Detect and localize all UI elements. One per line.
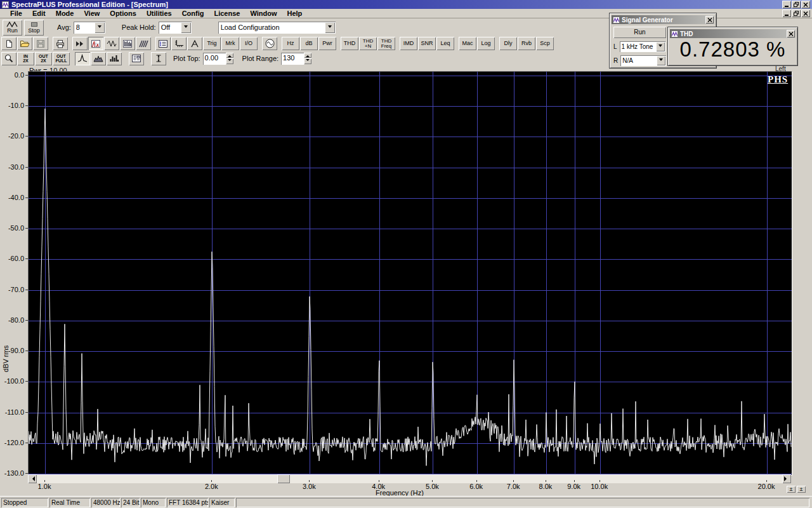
spectrum-plot[interactable]: [28, 71, 792, 476]
peak-hold-select[interactable]: Off: [159, 22, 192, 34]
button-label: Mac: [462, 41, 473, 46]
y-tick-label: -70.0: [0, 286, 24, 293]
axis-scale-button[interactable]: [171, 37, 187, 50]
signal-generator-title-bar[interactable]: Signal Generator: [612, 15, 714, 24]
menu-window[interactable]: Window: [245, 10, 282, 17]
delay-button[interactable]: Dly: [499, 37, 517, 50]
plot-top-down-icon[interactable]: [226, 58, 233, 64]
imd-button[interactable]: IMD: [400, 37, 417, 50]
load-configuration-select[interactable]: Load Configuration: [218, 22, 336, 34]
status-24-bit: 24 Bit: [121, 498, 140, 507]
open-button[interactable]: [17, 37, 32, 50]
calibration-button[interactable]: [187, 37, 202, 50]
print-button[interactable]: [53, 37, 68, 50]
generator-run-button[interactable]: Run: [613, 27, 666, 38]
magnifier-button[interactable]: [1, 52, 16, 65]
plot-top-value[interactable]: 0.00: [203, 53, 226, 65]
button-label: IN: [23, 54, 28, 58]
thd-title-bar[interactable]: THD: [670, 29, 796, 38]
menu-mode[interactable]: Mode: [51, 10, 79, 17]
menu-help[interactable]: Help: [282, 10, 308, 17]
leq-button[interactable]: Leq: [436, 37, 454, 50]
menu-view[interactable]: View: [79, 10, 105, 17]
close-icon: [789, 32, 794, 36]
avg-dropdown-icon[interactable]: [95, 22, 105, 33]
reverb-button[interactable]: Rvb: [518, 37, 535, 50]
control-panel-button[interactable]: [155, 37, 171, 50]
io-button[interactable]: I/O: [240, 37, 258, 50]
peak-hold-dropdown-icon[interactable]: [181, 22, 191, 33]
right-signal-dropdown-icon[interactable]: [657, 56, 665, 65]
minimize-button[interactable]: [782, 1, 791, 8]
restore-button[interactable]: [792, 1, 801, 8]
child-restore-button[interactable]: [792, 10, 801, 17]
trig-button[interactable]: Trig: [203, 37, 221, 50]
x-tick-label: 7.0k: [499, 483, 527, 490]
scroll-right-button[interactable]: [782, 474, 791, 483]
range-adjust-button-2[interactable]: ±: [797, 486, 806, 493]
button-label: I/O: [245, 41, 252, 46]
snr-button[interactable]: SNR: [418, 37, 436, 50]
surface-view-button[interactable]: [136, 37, 151, 50]
child-minimize-button[interactable]: [782, 10, 791, 17]
thd-freq-button[interactable]: THDFreq: [377, 37, 395, 50]
thd-close-button[interactable]: [787, 30, 795, 37]
peak-display-button[interactable]: [75, 52, 90, 65]
avg-select[interactable]: 8: [74, 22, 105, 34]
run-button[interactable]: Run: [3, 20, 22, 36]
peak-hold-label: Peak Hold:: [122, 23, 156, 31]
filled-display-button[interactable]: [91, 52, 106, 65]
plot-range-spinner[interactable]: 130: [281, 53, 311, 65]
macro-button[interactable]: Mac: [459, 37, 476, 50]
thd-button[interactable]: THD: [341, 37, 358, 50]
thd-n-button[interactable]: THD+N: [359, 37, 377, 50]
left-signal-value: 1 kHz Tone: [620, 43, 655, 50]
left-signal-select[interactable]: 1 kHz Tone: [620, 41, 665, 52]
menu-edit[interactable]: Edit: [27, 10, 51, 17]
signal-generator-button[interactable]: [262, 37, 277, 50]
spectrum-view-button[interactable]: [88, 37, 103, 50]
zoom-out-2x-button[interactable]: OUT2X: [35, 52, 52, 65]
menu-utilities[interactable]: Utilities: [141, 10, 177, 17]
vertical-ruler-button[interactable]: [151, 52, 166, 65]
child-close-button[interactable]: [801, 10, 810, 17]
plot-range-down-icon[interactable]: [304, 58, 311, 64]
new-button[interactable]: [1, 37, 16, 50]
fast-forward-button[interactable]: [72, 37, 88, 50]
load-configuration-dropdown-icon[interactable]: [325, 22, 335, 33]
scrollbar-thumb[interactable]: [277, 474, 290, 483]
range-adjust-button-1[interactable]: ±: [787, 486, 796, 493]
scroll-left-button[interactable]: [28, 474, 37, 483]
frequency-scrollbar[interactable]: [28, 474, 791, 483]
plot-range-value[interactable]: 130: [281, 53, 304, 65]
left-signal-dropdown-icon[interactable]: [656, 42, 665, 51]
db-button[interactable]: dB: [300, 37, 318, 50]
options-list-button[interactable]: [129, 52, 144, 65]
button-label: Scp: [540, 41, 550, 46]
spectrogram-view-button[interactable]: [120, 37, 135, 50]
stop-button[interactable]: Stop: [24, 20, 44, 36]
signal-generator-close-button[interactable]: [705, 16, 714, 23]
button-label: Trig: [207, 41, 216, 46]
close-button[interactable]: [801, 1, 810, 8]
menu-file[interactable]: File: [5, 10, 27, 17]
vertical-ruler-icon: [154, 54, 164, 63]
hz-button[interactable]: Hz: [282, 37, 299, 50]
menu-license[interactable]: License: [209, 10, 245, 17]
minimize-icon: [784, 11, 789, 16]
marker-button[interactable]: Mrk: [221, 37, 239, 50]
plot-top-spinner[interactable]: 0.00: [203, 53, 233, 65]
log-button[interactable]: Log: [477, 37, 495, 50]
zoom-in-2x-button[interactable]: IN2X: [17, 52, 34, 65]
menu-options[interactable]: Options: [105, 10, 141, 17]
fast-forward-icon: [75, 39, 85, 48]
bar-display-button[interactable]: [107, 52, 122, 65]
menu-config[interactable]: Config: [177, 10, 209, 17]
zoom-out-full-button[interactable]: OUTFULL: [53, 52, 70, 65]
pwr-button[interactable]: Pwr: [318, 37, 336, 50]
plot-range-up-icon[interactable]: [304, 53, 311, 58]
scope-button[interactable]: Scp: [536, 37, 554, 50]
waveform-view-button[interactable]: [104, 37, 119, 50]
plot-top-up-icon[interactable]: [226, 53, 233, 58]
right-signal-select[interactable]: N/A: [620, 55, 666, 66]
